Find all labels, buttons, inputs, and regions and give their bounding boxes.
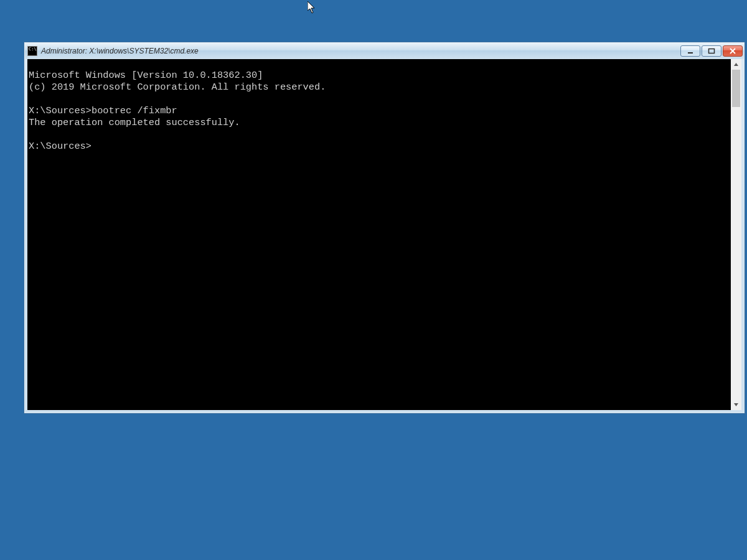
scroll-thumb[interactable] [732,70,740,107]
vertical-scrollbar[interactable] [731,59,741,410]
svg-rect-1 [688,52,693,54]
svg-marker-0 [308,1,314,13]
svg-rect-2 [709,49,715,54]
scroll-down-button[interactable] [731,399,741,410]
close-button[interactable] [723,45,743,57]
scroll-up-button[interactable] [731,59,741,70]
console-output[interactable]: Microsoft Windows [Version 10.0.18362.30… [27,68,730,400]
scroll-track[interactable] [731,70,741,399]
cmd-icon: C:\. [27,46,37,56]
window-title: Administrator: X:\windows\SYSTEM32\cmd.e… [41,47,680,55]
svg-marker-6 [734,403,738,406]
mouse-cursor-icon [308,1,317,14]
svg-marker-5 [734,63,738,66]
maximize-button[interactable] [702,45,721,57]
titlebar[interactable]: C:\. Administrator: X:\windows\SYSTEM32\… [25,43,744,59]
window-controls [680,45,743,57]
cmd-window: C:\. Administrator: X:\windows\SYSTEM32\… [24,42,745,414]
console-client-area: Microsoft Windows [Version 10.0.18362.30… [27,59,741,410]
minimize-button[interactable] [680,45,700,57]
